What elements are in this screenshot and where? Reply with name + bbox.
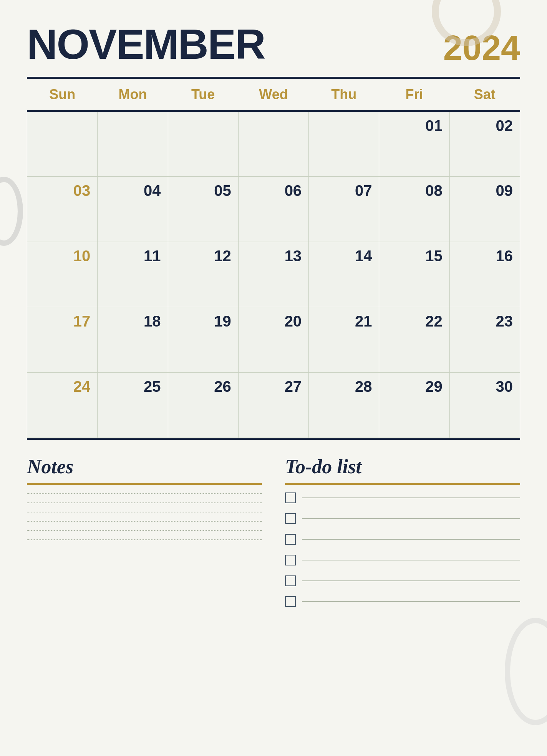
date-number: 10 xyxy=(34,247,90,265)
calendar-cell-w1d7[interactable]: 02 xyxy=(449,111,520,176)
calendar-cell-w4d5[interactable]: 21 xyxy=(309,307,379,372)
calendar-bottom-border xyxy=(27,438,520,440)
date-number: 24 xyxy=(34,378,90,395)
calendar-cell-w4d3[interactable]: 19 xyxy=(168,307,238,372)
calendar-cell-w2d7[interactable]: 09 xyxy=(449,176,520,242)
day-header-sun: Sun xyxy=(27,79,98,111)
calendar-cell-w5d6[interactable]: 29 xyxy=(379,372,449,438)
calendar-cell-w1d4[interactable] xyxy=(238,111,308,176)
calendar-cell-w5d7[interactable]: 30 xyxy=(449,372,520,438)
calendar-cell-w2d6[interactable]: 08 xyxy=(379,176,449,242)
calendar-cell-w3d5[interactable]: 14 xyxy=(309,242,379,307)
notes-line-4 xyxy=(27,521,262,522)
date-number: 04 xyxy=(104,182,161,199)
day-header-fri: Fri xyxy=(379,79,449,111)
calendar-cell-w5d1[interactable]: 24 xyxy=(27,372,98,438)
date-number: 26 xyxy=(175,378,231,395)
day-header-sat: Sat xyxy=(449,79,520,111)
calendar-week-5: 24252627282930 xyxy=(27,372,520,438)
todo-line-6 xyxy=(302,601,520,602)
calendar-cell-w5d3[interactable]: 26 xyxy=(168,372,238,438)
deco-circle-bottom-right xyxy=(505,618,547,725)
date-number: 20 xyxy=(245,313,302,330)
calendar-cell-w1d5[interactable] xyxy=(309,111,379,176)
notes-line-2 xyxy=(27,502,262,503)
date-number: 06 xyxy=(245,182,302,199)
deco-circle-left xyxy=(0,177,23,246)
date-number: 28 xyxy=(316,378,372,395)
notes-line-6 xyxy=(27,539,262,540)
date-number: 18 xyxy=(104,313,161,330)
todo-section: To-do list xyxy=(285,455,520,617)
todo-underline xyxy=(285,483,520,485)
calendar-week-3: 10111213141516 xyxy=(27,242,520,307)
date-number: 02 xyxy=(457,117,513,134)
date-number: 15 xyxy=(386,247,442,265)
calendar-header-row: Sun Mon Tue Wed Thu Fri Sat xyxy=(27,79,520,111)
date-number: 21 xyxy=(316,313,372,330)
date-number: 09 xyxy=(457,182,513,199)
todo-line-2 xyxy=(302,518,520,519)
month-title: NOVEMBER xyxy=(27,23,265,65)
date-number: 17 xyxy=(34,313,90,330)
date-number: 05 xyxy=(175,182,231,199)
date-number: 03 xyxy=(34,182,90,199)
calendar-cell-w3d7[interactable]: 16 xyxy=(449,242,520,307)
todo-checkbox-6[interactable] xyxy=(285,596,296,607)
todo-item-2 xyxy=(285,513,520,524)
notes-line-1 xyxy=(27,493,262,494)
todo-title: To-do list xyxy=(285,455,520,478)
day-header-mon: Mon xyxy=(98,79,168,111)
calendar-cell-w2d2[interactable]: 04 xyxy=(98,176,168,242)
notes-line-5 xyxy=(27,530,262,531)
calendar-wrapper: Sun Mon Tue Wed Thu Fri Sat 010203040506… xyxy=(27,77,520,440)
date-number: 01 xyxy=(386,117,442,134)
calendar-cell-w2d3[interactable]: 05 xyxy=(168,176,238,242)
calendar-cell-w4d6[interactable]: 22 xyxy=(379,307,449,372)
calendar-cell-w4d4[interactable]: 20 xyxy=(238,307,308,372)
calendar-cell-w4d7[interactable]: 23 xyxy=(449,307,520,372)
calendar-cell-w4d2[interactable]: 18 xyxy=(98,307,168,372)
calendar-cell-w1d6[interactable]: 01 xyxy=(379,111,449,176)
notes-title: Notes xyxy=(27,455,262,478)
todo-item-1 xyxy=(285,492,520,503)
calendar-cell-w2d4[interactable]: 06 xyxy=(238,176,308,242)
todo-checkbox-1[interactable] xyxy=(285,492,296,503)
date-number: 13 xyxy=(245,247,302,265)
date-number: 11 xyxy=(104,247,161,265)
todo-checkbox-5[interactable] xyxy=(285,575,296,586)
date-number: 25 xyxy=(104,378,161,395)
calendar-week-4: 17181920212223 xyxy=(27,307,520,372)
calendar-cell-w1d2[interactable] xyxy=(98,111,168,176)
calendar-cell-w2d1[interactable]: 03 xyxy=(27,176,98,242)
todo-line-5 xyxy=(302,580,520,581)
calendar-cell-w3d4[interactable]: 13 xyxy=(238,242,308,307)
todo-line-4 xyxy=(302,560,520,560)
todo-item-6 xyxy=(285,596,520,607)
date-number: 14 xyxy=(316,247,372,265)
date-number: 22 xyxy=(386,313,442,330)
calendar-cell-w1d1[interactable] xyxy=(27,111,98,176)
day-header-tue: Tue xyxy=(168,79,238,111)
calendar-cell-w1d3[interactable] xyxy=(168,111,238,176)
todo-line-1 xyxy=(302,497,520,498)
notes-underline xyxy=(27,483,262,485)
calendar-cell-w5d5[interactable]: 28 xyxy=(309,372,379,438)
calendar-cell-w3d1[interactable]: 10 xyxy=(27,242,98,307)
todo-checkbox-4[interactable] xyxy=(285,555,296,565)
todo-item-4 xyxy=(285,555,520,565)
date-number: 12 xyxy=(175,247,231,265)
calendar-cell-w3d2[interactable]: 11 xyxy=(98,242,168,307)
calendar-cell-w2d5[interactable]: 07 xyxy=(309,176,379,242)
calendar-cell-w4d1[interactable]: 17 xyxy=(27,307,98,372)
todo-checkbox-3[interactable] xyxy=(285,534,296,545)
todo-checkbox-2[interactable] xyxy=(285,513,296,524)
calendar-cell-w5d2[interactable]: 25 xyxy=(98,372,168,438)
calendar-cell-w3d3[interactable]: 12 xyxy=(168,242,238,307)
calendar-cell-w5d4[interactable]: 27 xyxy=(238,372,308,438)
date-number: 07 xyxy=(316,182,372,199)
calendar-week-2: 03040506070809 xyxy=(27,176,520,242)
bottom-section: Notes To-do list xyxy=(27,455,520,617)
calendar-cell-w3d6[interactable]: 15 xyxy=(379,242,449,307)
calendar-week-1: 0102 xyxy=(27,111,520,176)
